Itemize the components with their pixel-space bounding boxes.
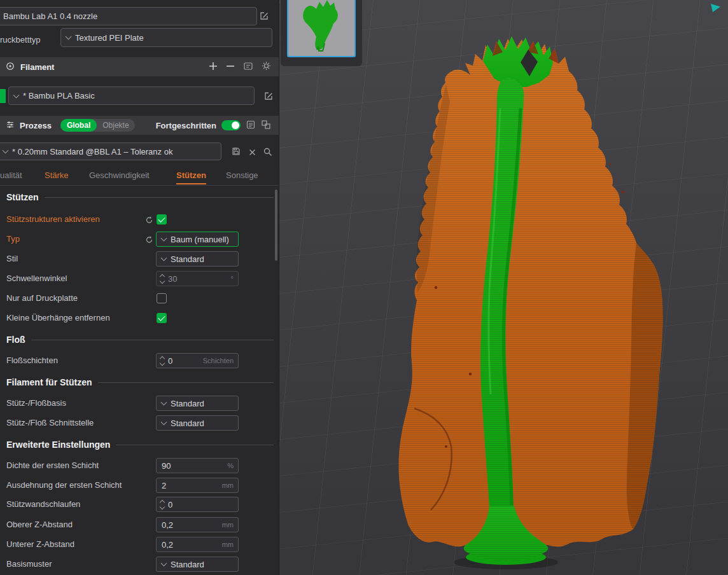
base-pattern-dropdown[interactable]: Standard — [156, 557, 239, 572]
flushing-volumes-icon[interactable] — [243, 61, 253, 73]
section-title: Erweiterte Einstellungen — [6, 440, 110, 450]
support-wall-loops-spinner[interactable]: 0 — [156, 497, 239, 512]
support-wall-loops-value: 0 — [168, 500, 172, 509]
process-list-icon[interactable] — [246, 120, 256, 132]
row-remove-small-overhangs: Kleine Überhänge entfernen — [6, 310, 274, 326]
filament-header-title: Filament — [20, 62, 54, 72]
support-type-value: Baum (manuell) — [171, 235, 229, 244]
chevron-down-icon — [161, 419, 167, 426]
bed-type-label: ruckbetttyp — [0, 32, 41, 48]
support-style-dropdown[interactable]: Standard — [156, 251, 239, 267]
tab-speed[interactable]: Geschwindigkeit — [89, 170, 150, 183]
row-support-base-filament: Stütz-/Floßbasis Standard — [6, 396, 274, 411]
support-style-value: Standard — [171, 254, 204, 264]
bed-type-dropdown[interactable]: Textured PEI Plate — [60, 28, 272, 47]
printer-edit-icon[interactable] — [259, 11, 269, 24]
chevron-down-icon — [3, 148, 9, 154]
tab-support[interactable]: Stützen — [176, 170, 206, 184]
first-layer-density-value: 90 — [162, 461, 171, 471]
object-thumbnail-image — [288, 0, 354, 56]
base-pattern-value: Standard — [171, 560, 204, 569]
enable-support-checkbox[interactable] — [157, 214, 167, 225]
bed-type-value: Textured PEI Plate — [75, 33, 144, 43]
row-support-wall-loops: Stützwandschlaufen 0 — [6, 497, 274, 512]
advanced-toggle[interactable] — [221, 120, 241, 130]
search-icon[interactable] — [263, 147, 272, 159]
setting-label: Stil — [6, 254, 18, 263]
process-scope-switch: Global Objekte — [60, 119, 135, 132]
section-raft: Floß — [6, 334, 274, 345]
support-base-filament-dropdown[interactable]: Standard — [156, 396, 239, 411]
tab-strength[interactable]: Stärke — [45, 170, 69, 183]
row-first-layer-density: Dichte der ersten Schicht 90 % — [6, 458, 274, 473]
filament-settings-gear-icon[interactable] — [262, 61, 271, 73]
raft-layers-spinner[interactable]: 0 Schichten — [156, 353, 239, 368]
top-z-distance-input[interactable]: 0,2 mm — [156, 517, 239, 532]
close-icon[interactable] — [248, 148, 256, 159]
setting-label: Nur auf Druckplatte — [6, 293, 78, 303]
sidebar-scrollbar[interactable] — [275, 190, 277, 261]
support-type-dropdown[interactable]: Baum (manuell) — [156, 232, 239, 247]
filament-header: Filament — [0, 57, 279, 76]
chevron-down-icon — [161, 255, 167, 261]
tab-others[interactable]: Sonstige — [226, 170, 258, 183]
spinner-arrows-icon[interactable] — [160, 501, 164, 509]
process-header: Prozess Global Objekte Fortgeschritten — [0, 116, 279, 135]
row-top-z-distance: Oberer Z-Abstand 0,2 mm — [6, 517, 274, 532]
printer-combo[interactable]: Bambu Lab A1 0.4 nozzle — [0, 7, 257, 25]
filament-dropdown[interactable]: * Bambu PLA Basic — [8, 87, 255, 105]
spinner-arrows-icon[interactable] — [160, 275, 164, 283]
setting-label: Floßschichten — [6, 356, 58, 365]
chevron-down-icon — [161, 235, 167, 242]
setting-label: Stütz-/Floßbasis — [6, 398, 66, 408]
process-preset-value: * 0.20mm Standard @BBL A1 – Toleranz ok — [12, 147, 172, 156]
setting-label: Schwellenwinkel — [6, 274, 67, 283]
section-support: Stützen — [6, 191, 274, 203]
save-preset-icon[interactable] — [231, 146, 241, 159]
add-filament-icon[interactable] — [209, 62, 218, 73]
unit-label: Schichten — [203, 357, 234, 364]
undo-icon[interactable] — [145, 235, 154, 244]
remove-small-overhangs-checkbox[interactable] — [157, 313, 167, 323]
scene-svg[interactable] — [279, 0, 728, 575]
row-on-build-plate: Nur auf Druckplatte — [6, 291, 274, 306]
row-bottom-z-distance: Unterer Z-Abstand 0,2 mm — [6, 537, 274, 552]
setting-label: Basismuster — [6, 559, 52, 569]
threshold-angle-spinner[interactable]: 30 ° — [156, 271, 239, 286]
first-layer-density-input[interactable]: 90 % — [156, 458, 239, 473]
filament-edit-icon[interactable] — [263, 91, 274, 104]
tab-quality[interactable]: ualität — [0, 170, 22, 183]
scope-objects-tab[interactable]: Objekte — [97, 121, 134, 130]
spinner-arrows-icon[interactable] — [160, 357, 164, 365]
chevron-down-icon — [161, 399, 167, 406]
section-advanced: Erweiterte Einstellungen — [6, 439, 274, 450]
printer-name: Bambu Lab A1 0.4 nozzle — [3, 11, 97, 21]
process-preset-dropdown[interactable]: * 0.20mm Standard @BBL A1 – Toleranz ok — [0, 142, 221, 160]
chevron-down-icon — [13, 92, 20, 98]
top-z-distance-value: 0,2 — [162, 520, 173, 530]
setting-label: Stützwandschlaufen — [6, 499, 80, 509]
raft-layers-value: 0 — [168, 356, 172, 366]
bottom-z-distance-input[interactable]: 0,2 mm — [156, 537, 239, 552]
process-header-title: Prozess — [20, 121, 52, 130]
threshold-angle-value: 30 — [168, 274, 177, 284]
process-sliders-icon — [6, 120, 15, 131]
filament-color-swatch — [0, 89, 6, 103]
section-title: Filament für Stützen — [6, 377, 92, 387]
on-build-plate-checkbox[interactable] — [157, 293, 167, 303]
support-interface-filament-dropdown[interactable]: Standard — [156, 415, 239, 431]
remove-filament-icon[interactable] — [226, 62, 235, 73]
row-threshold-angle: Schwellenwinkel 30 ° — [6, 271, 274, 286]
scope-global-tab[interactable]: Global — [60, 119, 97, 132]
viewport-3d[interactable] — [279, 0, 728, 575]
setting-label: Dichte der ersten Schicht — [6, 461, 99, 470]
model-orange[interactable] — [398, 39, 662, 548]
object-settings-icon[interactable] — [261, 120, 271, 132]
row-support-type: Typ Baum (manuell) — [6, 232, 274, 247]
setting-label: Kleine Überhänge entfernen — [6, 313, 110, 322]
first-layer-expansion-input[interactable]: 2 mm — [156, 478, 239, 493]
sidebar: Bambu Lab A1 0.4 nozzle ruckbetttyp Text… — [0, 0, 279, 575]
chevron-down-icon — [66, 34, 72, 40]
undo-icon[interactable] — [145, 215, 154, 224]
object-thumbnail[interactable] — [287, 0, 356, 57]
